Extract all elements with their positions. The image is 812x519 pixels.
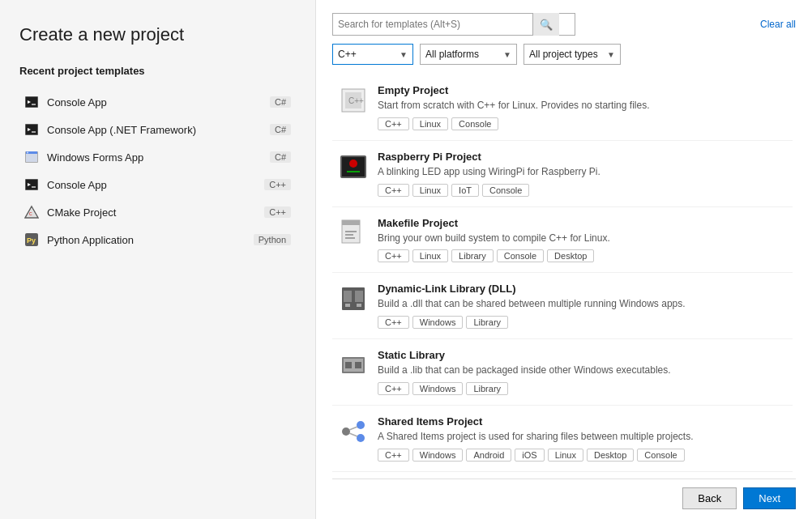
recent-item-badge: Python <box>254 234 291 245</box>
template-desc: A blinking LED app using WiringPi for Ra… <box>378 165 786 179</box>
svg-rect-29 <box>342 220 360 225</box>
template-tag: C++ <box>378 382 409 395</box>
template-item[interactable]: C++Empty ProjectStart from scratch with … <box>332 74 793 141</box>
page-title: Create a new project <box>19 24 296 45</box>
template-tag: C++ <box>378 316 409 329</box>
template-name: Empty Project <box>378 84 786 96</box>
type-filter-value: All project types <box>529 49 598 60</box>
svg-point-44 <box>357 434 365 442</box>
svg-text:C: C <box>29 211 32 216</box>
search-box[interactable]: 🔍 <box>332 13 575 36</box>
svg-rect-9 <box>26 154 37 162</box>
template-tag: Android <box>466 449 511 462</box>
template-tag: C++ <box>378 184 409 197</box>
template-name: Shared Items Project <box>378 415 786 428</box>
template-desc: Build a .lib that can be packaged inside… <box>378 364 786 377</box>
recent-item-badge: C# <box>270 124 291 135</box>
template-tag: Library <box>466 382 508 395</box>
bottom-bar: Back Next <box>332 479 796 519</box>
svg-rect-34 <box>344 291 352 302</box>
template-tag: Windows <box>412 449 464 462</box>
template-tag: C++ <box>378 249 409 262</box>
recent-item[interactable]: PyPython ApplicationPython <box>19 226 296 253</box>
template-desc: Bring your own build system to compile C… <box>378 232 786 245</box>
recent-item[interactable]: Console AppC# <box>19 88 296 116</box>
language-filter[interactable]: C++ ▼ <box>332 44 413 65</box>
template-tag: Linux <box>412 184 448 197</box>
template-tag: Linux <box>548 449 583 462</box>
recent-item-badge: C# <box>270 96 291 108</box>
recent-item-icon: C <box>24 205 39 219</box>
template-icon <box>339 284 368 313</box>
template-tags: C++WindowsLibrary <box>378 316 786 329</box>
back-button[interactable]: Back <box>682 487 737 509</box>
recent-item-label: CMake Project <box>47 206 116 219</box>
platform-filter[interactable]: All platforms ▼ <box>420 44 517 65</box>
template-item[interactable]: Raspberry Pi ProjectA blinking LED app u… <box>332 141 793 207</box>
template-icon <box>339 417 368 446</box>
recent-item[interactable]: CCMake ProjectC++ <box>19 198 296 226</box>
svg-rect-40 <box>345 362 352 368</box>
template-desc: Start from scratch with C++ for Linux. P… <box>378 99 786 113</box>
right-panel: 🔍 Clear all C++ ▼ All platforms ▼ All pr… <box>316 0 812 519</box>
svg-rect-41 <box>355 362 361 368</box>
search-button[interactable]: 🔍 <box>532 13 559 36</box>
svg-point-42 <box>342 428 350 436</box>
next-button[interactable]: Next <box>743 487 796 509</box>
svg-line-45 <box>349 427 357 430</box>
template-tag: Console <box>451 117 498 130</box>
template-tags: C++LinuxLibraryConsoleDesktop <box>378 249 786 262</box>
recent-item-icon: Py <box>24 232 39 247</box>
svg-point-11 <box>27 152 28 154</box>
template-tag: Console <box>637 449 684 462</box>
template-tag: Windows <box>412 316 464 329</box>
template-list: C++Empty ProjectStart from scratch with … <box>332 74 796 475</box>
recent-item[interactable]: Windows Forms AppC# <box>19 143 296 171</box>
template-tag: Linux <box>412 117 448 130</box>
template-name: Static Library <box>378 349 786 361</box>
template-tag: Console <box>482 184 529 197</box>
recent-item[interactable]: Console AppC++ <box>19 171 296 198</box>
svg-rect-35 <box>355 291 363 302</box>
recent-item-label: Console App (.NET Framework) <box>47 124 196 136</box>
svg-text:C++: C++ <box>348 96 364 105</box>
svg-text:Py: Py <box>27 236 36 245</box>
recent-item-badge: C++ <box>264 206 291 218</box>
template-desc: A Shared Items project is used for shari… <box>378 430 786 444</box>
recent-item-badge: C# <box>270 151 291 163</box>
svg-line-46 <box>349 433 357 436</box>
template-tag: IoT <box>451 184 479 197</box>
top-bar: 🔍 Clear all <box>332 13 796 36</box>
template-tag: C++ <box>378 449 409 462</box>
language-filter-chevron: ▼ <box>400 50 408 59</box>
search-input[interactable] <box>338 19 532 30</box>
template-tags: C++WindowsAndroidiOSLinuxDesktopConsole <box>378 449 786 462</box>
template-item[interactable]: Dynamic-Link Library (DLL)Build a .dll t… <box>332 273 793 339</box>
template-tag: Library <box>466 316 508 329</box>
platform-filter-chevron: ▼ <box>503 50 511 59</box>
clear-all-button[interactable]: Clear all <box>760 19 796 30</box>
svg-rect-36 <box>345 304 350 307</box>
svg-point-43 <box>357 421 365 429</box>
filter-row: C++ ▼ All platforms ▼ All project types … <box>332 44 796 65</box>
template-tag: Console <box>497 249 544 262</box>
template-tags: C++LinuxIoTConsole <box>378 184 786 197</box>
template-name: Dynamic-Link Library (DLL) <box>378 283 786 295</box>
template-tag: Windows <box>412 382 464 395</box>
type-filter[interactable]: All project types ▼ <box>524 44 621 65</box>
svg-point-26 <box>349 160 357 168</box>
recent-list: Console AppC#Console App (.NET Framework… <box>19 88 296 253</box>
template-icon <box>339 351 368 380</box>
svg-rect-37 <box>357 304 361 307</box>
template-tag: C++ <box>378 117 409 130</box>
template-tag: Library <box>451 249 494 262</box>
platform-filter-value: All platforms <box>425 49 479 60</box>
template-item[interactable]: Shared Items ProjectA Shared Items proje… <box>332 406 793 472</box>
template-item[interactable]: Static LibraryBuild a .lib that can be p… <box>332 339 793 406</box>
template-item[interactable]: Makefile ProjectBring your own build sys… <box>332 207 793 274</box>
recent-item-label: Console App <box>47 96 107 108</box>
recent-item-label: Python Application <box>47 234 134 246</box>
recent-item[interactable]: Console App (.NET Framework)C# <box>19 116 296 143</box>
template-icon <box>339 219 368 248</box>
recent-item-label: Console App <box>47 179 107 191</box>
